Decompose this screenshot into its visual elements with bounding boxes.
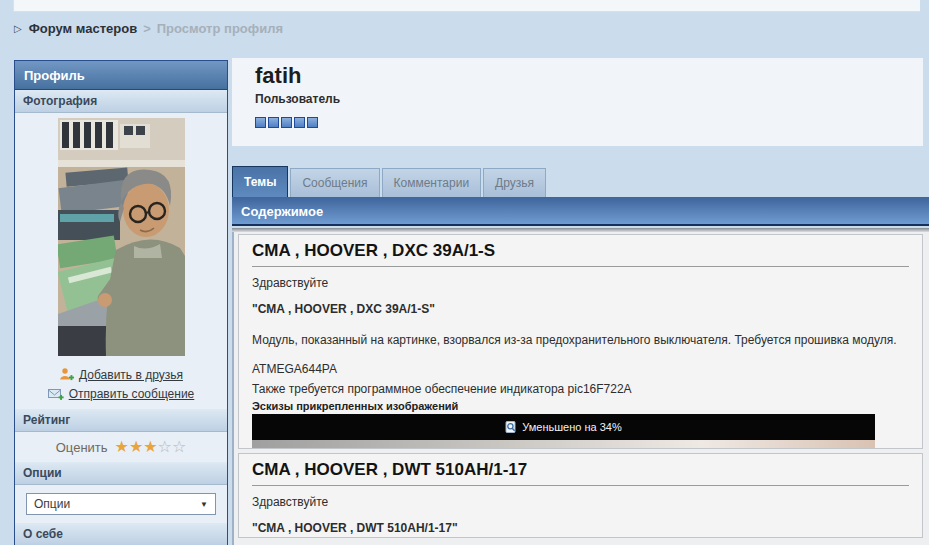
breadcrumb: ▷Форум мастеров>Просмотр профиля — [14, 21, 283, 36]
star-filled-icon[interactable]: ★ — [129, 438, 143, 455]
star-empty-icon[interactable]: ☆ — [158, 438, 172, 455]
breadcrumb-arrow-icon: ▷ — [14, 23, 22, 34]
tab-comments[interactable]: Комментарии — [382, 168, 482, 197]
breadcrumb-forum-link[interactable]: Форум мастеров — [29, 21, 137, 36]
user-level-pip — [255, 117, 266, 128]
breadcrumb-separator: > — [143, 21, 151, 36]
sidebar-links: Добавить в друзья Отправить сообщение — [15, 361, 227, 409]
send-message-icon — [48, 387, 64, 401]
user-level-pip — [268, 117, 279, 128]
rating-row: Оценить ★★★☆☆ — [15, 432, 227, 462]
post-title[interactable]: CMA , HOOVER , DXC 39A/1-S — [252, 241, 909, 267]
magnifier-document-icon — [505, 421, 517, 434]
profile-photo — [58, 118, 185, 356]
posts-list: CMA , HOOVER , DXC 39A/1-S Здравствуйте … — [232, 232, 929, 545]
chevron-down-icon: ▼ — [200, 500, 208, 509]
sidebar-options-header: Опции — [15, 462, 227, 485]
sidebar-title: Профиль — [15, 61, 227, 90]
post-item: CMA , HOOVER , DXC 39A/1-S Здравствуйте … — [238, 234, 923, 449]
post-body: ATMEGA644PA — [252, 361, 909, 378]
post-body: Также требуется программное обеспечение … — [252, 381, 909, 398]
user-pips — [232, 117, 923, 128]
attachment-badge: Уменьшено на 34% — [522, 421, 621, 433]
post-title[interactable]: CMA , HOOVER , DWT 510AH/1-17 — [252, 460, 909, 486]
attachment-thumbnail[interactable]: Уменьшено на 34% — [252, 414, 875, 448]
send-message-link[interactable]: Отправить сообщение — [69, 387, 195, 401]
star-filled-icon[interactable]: ★ — [143, 438, 157, 455]
content-header: Содержимое — [232, 197, 929, 226]
sidebar-rating-header: Рейтинг — [15, 409, 227, 432]
add-friend-link[interactable]: Добавить в друзья — [79, 368, 183, 382]
user-level-pip — [294, 117, 305, 128]
add-friend-icon — [59, 367, 74, 382]
post-greeting: Здравствуйте — [252, 275, 909, 292]
tab-messages[interactable]: Сообщения — [290, 168, 379, 197]
rate-label: Оценить — [56, 440, 108, 455]
profile-sidebar: Профиль Фотография — [14, 60, 228, 545]
top-bar — [13, 0, 920, 12]
username: fatih — [232, 58, 923, 89]
options-select[interactable]: Опции ▼ — [26, 493, 216, 515]
star-empty-icon[interactable]: ☆ — [172, 438, 186, 455]
user-level-pip — [281, 117, 292, 128]
post-item: CMA , HOOVER , DWT 510AH/1-17 Здравствуй… — [238, 453, 923, 538]
sidebar-photo-section — [15, 113, 227, 361]
forum-profile-page: ▷Форум мастеров>Просмотр профиля Профиль… — [0, 0, 929, 545]
attachments-label: Эскизы прикрепленных изображений — [252, 400, 909, 412]
post-quote: "CMA , HOOVER , DWT 510AH/1-17" — [252, 520, 909, 537]
user-role: Пользователь — [232, 92, 923, 106]
options-select-value: Опции — [34, 497, 70, 511]
sidebar-photo-header: Фотография — [15, 90, 227, 113]
tab-topics[interactable]: Темы — [232, 166, 288, 197]
post-greeting: Здравствуйте — [252, 494, 909, 511]
breadcrumb-current: Просмотр профиля — [157, 21, 283, 36]
options-row: Опции ▼ — [15, 485, 227, 523]
rating-stars: ★★★☆☆ — [115, 438, 187, 456]
sidebar-about-header: О себе — [15, 523, 227, 545]
post-body: Модуль, показанный на картинке, взорвалс… — [252, 332, 909, 349]
star-filled-icon[interactable]: ★ — [115, 438, 129, 455]
profile-header: fatih Пользователь — [232, 58, 923, 146]
profile-tabs: ТемыСообщенияКомментарииДрузья — [232, 166, 548, 197]
tab-friends[interactable]: Друзья — [483, 168, 546, 197]
user-level-pip — [307, 117, 318, 128]
post-quote: "CMA , HOOVER , DXC 39A/1-S" — [252, 301, 909, 318]
